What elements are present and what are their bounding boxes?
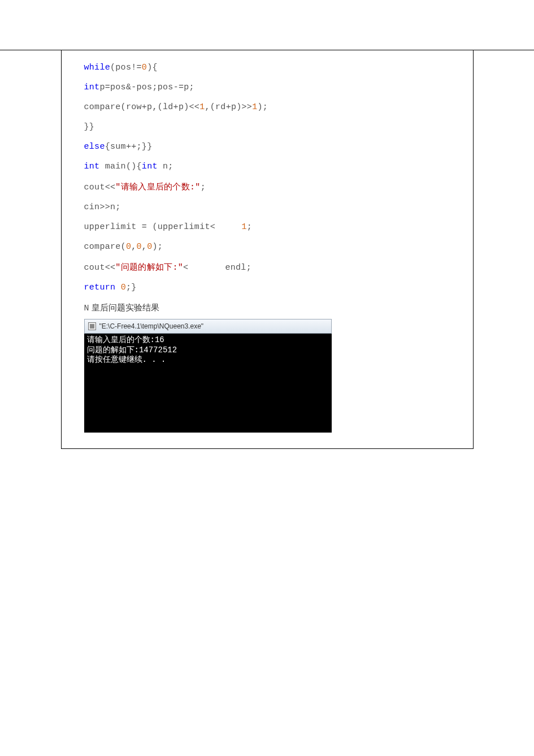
label-n: N: [84, 304, 89, 313]
code-text: main(){: [99, 162, 141, 171]
code-text: );: [152, 242, 163, 252]
code-text: upperlimit = (upperlimit<: [84, 222, 242, 232]
code-string: "请输入皇后的个数:": [115, 183, 200, 192]
code-number: 0: [142, 63, 147, 72]
code-text: );: [257, 102, 268, 112]
code-line-1: while(pos!=0){: [84, 63, 450, 72]
top-divider: [0, 50, 534, 50]
code-line-6: int main(){int n;: [84, 162, 450, 171]
code-text: ){: [147, 63, 158, 72]
code-line-9: upperlimit = (upperlimit< 1;: [84, 222, 450, 232]
code-text: }}: [84, 122, 95, 132]
keyword-return: return: [84, 283, 116, 292]
keyword-while: while: [84, 63, 111, 72]
code-line-4: }}: [84, 122, 450, 132]
console-window: "E:\C-Free4.1\temp\NQueen3.exe" 请输入皇后的个数…: [84, 319, 332, 433]
code-text: p=pos&-pos;pos-=p;: [99, 83, 194, 92]
code-string: "问题的解如下:": [115, 263, 183, 273]
code-text: ,: [142, 242, 147, 252]
code-line-5: else{sum++;}}: [84, 142, 450, 152]
code-number: 0: [137, 242, 142, 252]
code-text: < endl;: [183, 263, 251, 273]
code-text: cout<<: [84, 263, 116, 273]
code-number: 1: [242, 222, 247, 232]
app-icon: [88, 322, 96, 330]
result-heading: N 皇后问题实验结果: [84, 303, 450, 313]
code-text: {sum++;}}: [105, 142, 153, 152]
code-text: cout<<: [84, 183, 116, 192]
console-title: "E:\C-Free4.1\temp\NQueen3.exe": [99, 322, 204, 330]
content-area: while(pos!=0){ intp=pos&-pos;pos-=p; com…: [84, 63, 450, 433]
code-text: cin>>n;: [84, 202, 121, 212]
code-text: ,: [131, 242, 136, 252]
code-text: ;: [201, 183, 206, 192]
page-frame: while(pos!=0){ intp=pos&-pos;pos-=p; com…: [61, 50, 474, 449]
keyword-else: else: [84, 142, 105, 152]
console-line: 问题的解如下:14772512: [87, 345, 177, 355]
code-number: 0: [126, 242, 131, 252]
code-number: 0: [121, 283, 126, 292]
code-text: [115, 283, 120, 292]
code-text: n;: [158, 162, 173, 171]
code-text: (pos!=: [110, 63, 142, 72]
code-line-10: compare(0,0,0);: [84, 242, 450, 252]
code-line-12: return 0;}: [84, 283, 450, 292]
code-line-3: compare(row+p,(ld+p)<<1,(rd+p)>>1);: [84, 102, 450, 112]
code-text: ,(rd+p)>>: [205, 102, 252, 112]
console-body: 请输入皇后的个数:16 问题的解如下:14772512 请按任意键继续. . .: [84, 334, 332, 433]
code-line-2: intp=pos&-pos;pos-=p;: [84, 83, 450, 92]
code-text: ;}: [126, 283, 137, 292]
code-line-7: cout<<"请输入皇后的个数:";: [84, 182, 450, 192]
console-line: 请输入皇后的个数:16: [87, 335, 164, 344]
label-rest: 皇后问题实验结果: [89, 303, 159, 312]
code-text: compare(: [84, 242, 126, 252]
keyword-int: int: [84, 162, 100, 171]
code-line-8: cin>>n;: [84, 202, 450, 212]
code-text: ;: [247, 222, 252, 232]
console-line: 请按任意键继续. . .: [87, 355, 166, 364]
code-line-11: cout<<"问题的解如下:"< endl;: [84, 262, 450, 273]
code-text: compare(row+p,(ld+p)<<: [84, 102, 200, 112]
keyword-int: int: [84, 83, 100, 92]
console-titlebar: "E:\C-Free4.1\temp\NQueen3.exe": [84, 319, 332, 334]
keyword-int: int: [142, 162, 158, 171]
